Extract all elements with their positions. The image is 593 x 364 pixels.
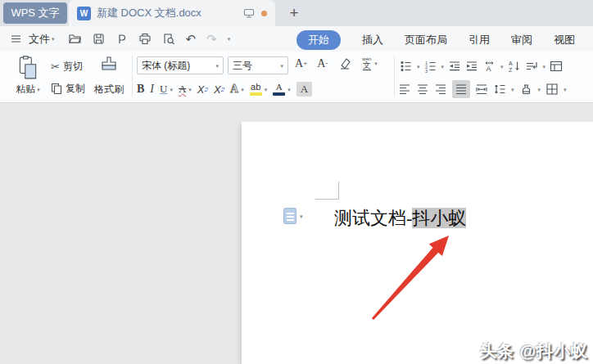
group-divider: [132, 56, 133, 97]
quick-access-toolbar: ↶ ↷ ▾: [68, 29, 231, 49]
redo-icon[interactable]: ↷: [206, 29, 217, 49]
superscript-button[interactable]: X2: [197, 83, 208, 96]
align-left-button[interactable]: [398, 83, 411, 96]
line-spacing-caret-icon[interactable]: ▾: [511, 87, 514, 92]
undo-icon[interactable]: ↶: [186, 29, 197, 49]
character-scaling-caret-icon[interactable]: ▾: [500, 64, 504, 70]
ribbon-tab-home[interactable]: 开始: [296, 30, 341, 50]
strikethrough-button[interactable]: A: [179, 83, 186, 96]
text-effects-button[interactable]: A: [230, 83, 238, 96]
copy-button[interactable]: 复制: [51, 79, 85, 98]
file-menu[interactable]: 文件: [29, 32, 50, 47]
bullet-list-button[interactable]: [400, 60, 413, 73]
print-preview-icon[interactable]: [162, 29, 175, 49]
subscript-button[interactable]: X2: [214, 83, 224, 96]
paste-button[interactable]: 粘贴 ▾: [7, 54, 49, 100]
format-painter-button[interactable]: 格式刷: [88, 54, 129, 100]
quick-access-caret-icon[interactable]: ▾: [228, 36, 231, 42]
justify-button[interactable]: [452, 80, 470, 98]
format-painter-label: 格式刷: [94, 83, 124, 97]
cut-label: 剪切: [63, 60, 83, 74]
export-pdf-icon[interactable]: [115, 29, 128, 49]
phonetic-guide-button[interactable]: wén 文: [362, 56, 371, 70]
font-color-button[interactable]: A: [273, 83, 285, 96]
increase-indent-button[interactable]: [465, 60, 478, 73]
presentation-monitor-icon[interactable]: [243, 7, 255, 19]
selected-text: 抖小蚁: [412, 208, 466, 228]
font-name-value: 宋体 (标题): [142, 59, 215, 73]
document-workspace: ▾ 测试文档-抖小蚁 头条 @抖小蚁: [0, 103, 593, 364]
sort-button[interactable]: A Z: [508, 60, 521, 73]
highlight-swatch: [250, 92, 262, 96]
borders-grid-icon: [545, 83, 559, 96]
cut-button[interactable]: ✂ 剪切: [51, 56, 83, 76]
underline-button[interactable]: U: [160, 83, 167, 96]
subscript-mark: 2: [221, 86, 224, 93]
numbered-list-icon: 1 2 3: [424, 60, 437, 73]
character-shading-button[interactable]: A: [296, 82, 312, 97]
borders-caret-icon[interactable]: ▾: [564, 87, 567, 92]
font-name-combobox[interactable]: 宋体 (标题) ▾: [137, 56, 224, 74]
strikethrough-caret-icon[interactable]: ▾: [188, 87, 192, 92]
new-tab-button[interactable]: +: [283, 3, 305, 23]
subscript-base: X: [214, 83, 221, 96]
shading-caret-icon[interactable]: ▾: [538, 87, 541, 92]
shading-button[interactable]: [519, 83, 533, 96]
document-tab[interactable]: W 新建 DOCX 文档.docx: [69, 0, 275, 26]
paste-options-caret-icon[interactable]: ▾: [300, 213, 303, 219]
bullet-list-caret-icon[interactable]: ▾: [417, 64, 420, 70]
show-marks-button[interactable]: [525, 60, 539, 73]
align-center-button[interactable]: [416, 83, 429, 96]
ink-bottle-icon: [519, 83, 533, 96]
clipboard-icon: [16, 56, 39, 80]
character-scaling-button[interactable]: A: [482, 60, 496, 73]
grow-font-button[interactable]: A+: [295, 58, 307, 70]
show-marks-caret-icon[interactable]: ▾: [543, 64, 546, 70]
text-tool-button[interactable]: [550, 60, 563, 73]
shrink-font-sign: -: [325, 60, 328, 67]
highlight-caret-icon[interactable]: ▾: [265, 87, 268, 92]
print-icon[interactable]: [138, 29, 152, 49]
borders-button[interactable]: [545, 83, 559, 96]
bold-button[interactable]: B: [137, 83, 144, 96]
ribbon-tab-references[interactable]: 引用: [469, 33, 490, 47]
highlight-color-button[interactable]: ab: [250, 83, 262, 96]
paste-options-floater[interactable]: ▾: [283, 208, 303, 224]
numbered-list-button[interactable]: 1 2 3: [424, 60, 437, 73]
align-center-icon: [416, 83, 429, 96]
font-size-caret-icon: ▾: [280, 63, 283, 69]
underline-caret-icon[interactable]: ▾: [170, 87, 173, 92]
strikethrough-letter: A: [179, 83, 186, 96]
ribbon-tab-review[interactable]: 审阅: [511, 33, 532, 47]
document-text-line[interactable]: 测试文档-抖小蚁: [334, 206, 466, 231]
phonetic-caret-icon[interactable]: ▾: [374, 61, 378, 66]
distribute-button[interactable]: [475, 83, 488, 96]
clear-formatting-button[interactable]: [337, 57, 352, 70]
font-size-combobox[interactable]: 三号 ▾: [228, 56, 288, 74]
font-color-swatch: [273, 92, 285, 96]
numbered-list-caret-icon[interactable]: ▾: [441, 64, 445, 70]
shrink-font-button[interactable]: A-: [317, 58, 328, 70]
font-color-letter: A: [276, 83, 283, 92]
eraser-icon: [337, 57, 352, 70]
file-menu-caret-icon[interactable]: ▾: [52, 36, 55, 42]
distribute-icon: [475, 83, 488, 96]
app-tab-wps[interactable]: WPS 文字: [3, 2, 67, 24]
text-effects-caret-icon[interactable]: ▾: [241, 87, 244, 92]
ribbon-tab-insert[interactable]: 插入: [362, 33, 383, 47]
italic-button[interactable]: I: [150, 83, 154, 96]
hamburger-menu-icon[interactable]: [10, 29, 22, 49]
align-left-icon: [398, 83, 411, 96]
ribbon-tab-page-layout[interactable]: 页面布局: [405, 33, 447, 47]
group-divider: [394, 56, 395, 97]
decrease-indent-icon: [448, 60, 461, 73]
align-right-button[interactable]: [434, 83, 447, 96]
copy-icon: [51, 83, 62, 94]
font-color-caret-icon[interactable]: ▾: [287, 87, 291, 92]
unsaved-changes-dot: [261, 11, 267, 16]
decrease-indent-button[interactable]: [448, 60, 461, 73]
open-file-icon[interactable]: [68, 29, 82, 49]
line-spacing-button[interactable]: [493, 83, 506, 96]
ribbon-tab-view[interactable]: 视图: [554, 33, 575, 47]
save-icon[interactable]: [93, 29, 105, 49]
